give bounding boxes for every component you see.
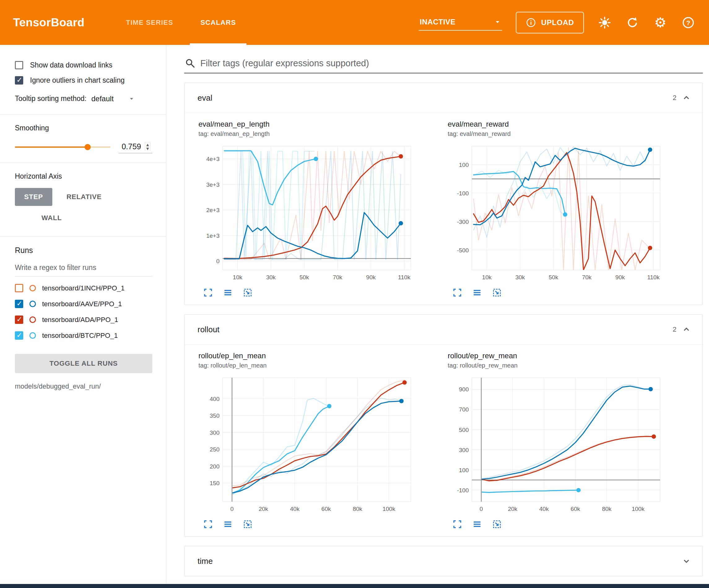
ignore-outliers-row[interactable]: Ignore outliers in chart scaling (15, 76, 152, 84)
run-color-swatch[interactable] (29, 301, 36, 307)
fit-domain-icon[interactable] (243, 519, 252, 529)
svg-text:700: 700 (459, 406, 469, 413)
data-table-icon[interactable] (472, 519, 482, 529)
run-checkbox[interactable] (15, 331, 23, 340)
svg-text:100k: 100k (383, 506, 395, 512)
svg-text:0: 0 (216, 258, 219, 264)
tab-scalars[interactable]: SCALARS (187, 0, 250, 45)
svg-text:?: ? (686, 19, 690, 26)
run-checkbox[interactable] (15, 315, 23, 324)
fullscreen-icon[interactable] (453, 288, 462, 297)
section-title: eval (198, 93, 212, 103)
tab-time-series[interactable]: TIME SERIES (112, 0, 187, 45)
svg-text:0: 0 (479, 506, 483, 512)
svg-text:-100: -100 (457, 487, 469, 493)
fullscreen-icon[interactable] (203, 288, 213, 297)
tag-filter-input[interactable] (200, 58, 702, 69)
svg-text:90k: 90k (615, 274, 625, 281)
toggle-all-runs-button[interactable]: TOGGLE ALL RUNS (15, 354, 152, 373)
fit-domain-icon[interactable] (243, 288, 252, 297)
svg-text:110k: 110k (648, 274, 660, 281)
run-row-aave[interactable]: tensorboard/AAVE/PPO_1 (15, 300, 152, 308)
chevron-up-icon[interactable] (681, 325, 691, 334)
axis-step-button[interactable]: STEP (15, 188, 52, 206)
chart-tag: tag: rollout/ep_len_mean (199, 362, 448, 369)
axis-wall-button[interactable]: WALL (32, 209, 152, 227)
svg-text:-100: -100 (457, 190, 469, 197)
status-dropdown-value: INACTIVE (420, 18, 455, 26)
settings-icon[interactable]: ⚙ (653, 16, 667, 30)
runs-directory-note: models/debugged_eval_run/ (15, 382, 152, 390)
data-table-icon[interactable] (472, 288, 482, 297)
section-rollout-header[interactable]: rollout 2 (185, 314, 703, 344)
svg-text:50k: 50k (549, 274, 558, 281)
status-dropdown[interactable]: INACTIVE (419, 15, 502, 31)
stepper-arrows[interactable]: ▲▼ (145, 142, 151, 151)
divider (0, 162, 166, 163)
runs-filter-input[interactable] (15, 260, 152, 277)
svg-text:300: 300 (459, 447, 469, 453)
run-checkbox[interactable] (15, 284, 23, 292)
section-time-header[interactable]: time (185, 546, 703, 576)
run-row-ada[interactable]: tensorboard/ADA/PPO_1 (15, 315, 152, 324)
line-chart-eval-mean-ep-length[interactable]: 10k30k50k70k90k110k01e+32e+33e+34e+3 (199, 142, 448, 285)
svg-text:70k: 70k (582, 274, 592, 281)
checkbox[interactable] (15, 76, 23, 84)
svg-text:80k: 80k (602, 506, 611, 512)
svg-text:20k: 20k (508, 506, 517, 512)
svg-text:1e+3: 1e+3 (206, 233, 219, 239)
svg-text:-300: -300 (457, 219, 469, 225)
svg-text:40k: 40k (290, 506, 300, 512)
chevron-up-icon[interactable] (681, 93, 691, 103)
chart-tag: tag: rollout/ep_rew_mean (448, 362, 697, 369)
fullscreen-icon[interactable] (203, 519, 213, 529)
fit-domain-icon[interactable] (492, 288, 502, 297)
refresh-icon[interactable] (625, 16, 640, 30)
line-chart-rollout-ep-len-mean[interactable]: 020k40k60k80k100k150200250300350400 (199, 374, 448, 517)
smoothing-value-input[interactable]: 0.759 ▲▼ (119, 141, 152, 153)
line-chart-eval-mean-reward[interactable]: 10k30k50k70k90k110k100-100-300-500 (448, 142, 697, 285)
tooltip-sorting-dropdown[interactable]: default (91, 93, 135, 105)
help-icon[interactable]: ? (681, 16, 695, 30)
fit-domain-icon[interactable] (492, 519, 502, 529)
tooltip-sorting-label: Tooltip sorting method: (15, 94, 91, 103)
run-color-swatch[interactable] (29, 285, 36, 291)
runs-heading: Runs (15, 246, 152, 255)
axis-relative-button[interactable]: RELATIVE (57, 188, 111, 206)
line-chart-rollout-ep-rew-mean[interactable]: 020k40k60k80k100k-100100300500700900 (448, 374, 697, 517)
chart-tag: tag: eval/mean_ep_length (199, 130, 448, 137)
show-download-links-row[interactable]: Show data download links (15, 61, 152, 69)
run-label: tensorboard/BTC/PPO_1 (42, 332, 118, 340)
chevron-down-icon (129, 96, 135, 102)
run-label: tensorboard/ADA/PPO_1 (42, 316, 118, 324)
app-header: TensorBoard TIME SERIES SCALARS INACTIVE… (0, 0, 709, 45)
smoothing-slider[interactable] (15, 142, 110, 153)
brightness-icon[interactable] (598, 16, 612, 30)
chart-title: rollout/ep_rew_mean (448, 352, 697, 360)
run-row-1inch[interactable]: tensorboard/1INCH/PPO_1 (15, 284, 152, 292)
chevron-down-icon[interactable] (681, 556, 691, 566)
upload-button[interactable]: UPLOAD (516, 12, 584, 33)
svg-text:40k: 40k (539, 506, 549, 512)
chart-block: rollout/ep_rew_mean tag: rollout/ep_rew_… (448, 352, 697, 529)
svg-text:100: 100 (459, 467, 469, 474)
run-row-btc[interactable]: tensorboard/BTC/PPO_1 (15, 331, 152, 340)
data-table-icon[interactable] (223, 519, 233, 529)
svg-text:-500: -500 (457, 247, 469, 254)
fullscreen-icon[interactable] (453, 519, 462, 529)
data-table-icon[interactable] (223, 288, 233, 297)
svg-text:50k: 50k (299, 274, 309, 281)
tooltip-sorting-value: default (91, 95, 114, 103)
smoothing-label: Smoothing (15, 124, 152, 132)
run-checkbox[interactable] (15, 300, 23, 308)
section-eval-header[interactable]: eval 2 (185, 83, 703, 113)
run-color-swatch[interactable] (29, 316, 36, 323)
svg-text:30k: 30k (516, 274, 525, 281)
checkbox[interactable] (15, 61, 23, 69)
svg-text:3e+3: 3e+3 (206, 181, 219, 188)
smoothing-fill (15, 147, 88, 148)
run-color-swatch[interactable] (29, 332, 36, 339)
smoothing-thumb[interactable] (84, 144, 91, 150)
section-title: rollout (198, 325, 219, 334)
svg-text:2e+3: 2e+3 (206, 207, 219, 213)
